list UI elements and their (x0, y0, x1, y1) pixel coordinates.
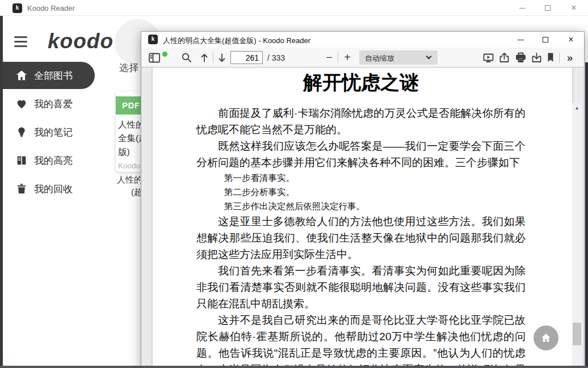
download-icon (531, 52, 542, 63)
sidebar-item-highlights[interactable]: 我的高亮 (0, 146, 114, 175)
minimize-button[interactable] (513, 0, 532, 16)
reader-maximize-button[interactable] (536, 32, 556, 48)
reader-window-title: 人性的弱点大全集(超值金版) - Koodo Reader (163, 36, 310, 46)
chapter-heading: 解开忧虑之谜 (196, 70, 526, 96)
select-mode-button[interactable]: 选择 (119, 61, 138, 74)
search-button[interactable] (179, 50, 194, 65)
trash-icon (15, 183, 28, 195)
lightbulb-icon (15, 126, 28, 138)
desktop-edge-right (585, 62, 588, 368)
minus-icon: − (326, 51, 333, 64)
reader-minimize-button[interactable] (511, 32, 531, 48)
search-icon (181, 52, 192, 63)
pdf-viewer-area: 解开忧虑之谜 前面提及了威利·卡瑞尔消除忧虑的万灵公式是否能解决你所有的忧虑呢不… (141, 67, 584, 368)
more-tools-button[interactable]: » (562, 50, 577, 65)
pdf-page: 解开忧虑之谜 前面提及了威利·卡瑞尔消除忧虑的万灵公式是否能解决你所有的忧虑呢不… (153, 67, 572, 368)
print-button[interactable] (513, 50, 528, 65)
pdf-step-line: 第三步作出决定然后依照决定行事。 (196, 199, 526, 213)
heart-icon (15, 98, 28, 110)
presentation-icon (483, 53, 494, 63)
page-number-input[interactable] (230, 51, 263, 64)
scrollbar-thumb[interactable] (573, 323, 581, 345)
koodo-logo: koodo (48, 29, 114, 53)
maximize-icon (545, 5, 551, 11)
presentation-mode-button[interactable] (481, 50, 495, 65)
status-green-dot (162, 52, 167, 57)
pdf-toolbar: / 333 − + 自动缩放 » (141, 48, 584, 67)
taskbar-edge (0, 366, 588, 368)
bookmark-button[interactable] (543, 50, 558, 65)
main-titlebar: k Koodo Reader × (0, 0, 588, 16)
print-icon (515, 52, 526, 63)
sidebar-item-notes[interactable]: 我的笔记 (0, 118, 114, 146)
home-icon (15, 69, 28, 82)
sidebar-item-label: 全部图书 (34, 69, 73, 82)
arrow-up-icon (199, 53, 209, 63)
back-to-home-button[interactable] (534, 325, 558, 350)
paragraph-group: 这是亚里士多德教给人们的方法他也使用过这些方法。我们如果想解决那些压迫我们、使我… (196, 213, 526, 368)
minimize-icon (518, 40, 524, 40)
double-chevron-right-icon: » (567, 52, 573, 64)
sidebar-item-all-books[interactable]: 全部图书 (0, 62, 95, 89)
reader-close-button[interactable]: × (561, 32, 581, 48)
open-file-icon (499, 52, 510, 63)
next-page-button[interactable] (215, 50, 229, 65)
zoom-in-button[interactable]: + (340, 50, 355, 65)
page-total-label: / 333 (267, 53, 285, 62)
scroll-up-arrow[interactable]: ▲ (572, 103, 582, 113)
zoom-mode-value: 自动缩放 (365, 53, 394, 64)
zoom-mode-select[interactable]: 自动缩放 (359, 50, 438, 65)
plus-icon: + (344, 51, 351, 64)
pdf-paragraph: 既然这样我们应该怎么办呢答案是——我们一定要学会下面三个分析问题的基本步骤并用它… (196, 138, 526, 171)
previous-page-button[interactable] (197, 50, 212, 65)
toolbar-separator (338, 52, 338, 63)
toolbar-separator (213, 52, 213, 63)
sidebar-item-label: 我的喜爱 (34, 98, 73, 111)
screen: k Koodo Reader × koodo 全部图书 我的喜爱 我的笔记 我的… (0, 0, 588, 368)
sidebar-nav: 全部图书 我的喜爱 我的笔记 我的高亮 我的回收 (0, 61, 114, 203)
koodo-app-icon: k (12, 3, 22, 13)
sidebar-item-label: 我的回收 (34, 183, 73, 196)
zoom-out-button[interactable]: − (322, 50, 337, 65)
vertical-scrollbar[interactable]: ▲ ▼ (572, 103, 582, 368)
close-icon: × (561, 32, 581, 48)
desktop-edge-left (0, 16, 3, 368)
pdf-paragraph: 前面提及了威利·卡瑞尔消除忧虑的万灵公式是否能解决你所有的忧虑呢不能它当然不是万… (196, 105, 526, 138)
koodo-app-icon: k (148, 35, 158, 44)
maximize-icon (543, 37, 548, 43)
save-button[interactable] (529, 50, 544, 65)
pdf-paragraph: 我们首先来看第一步看清事实。看清事实为何如此重要呢因为除非我们看清楚事实否则就不… (196, 263, 526, 312)
sidebar-toggle-icon (149, 53, 160, 63)
toolbar-separator (559, 52, 560, 63)
chevron-down-icon (426, 54, 432, 60)
sidebar-item-favorites[interactable]: 我的喜爱 (0, 90, 114, 118)
reader-titlebar: k 人性的弱点大全集(超值金版) - Koodo Reader × (141, 32, 584, 48)
pdf-paragraph: 这并不是我自己研究出来的而是哥伦比亚大学哥伦比亚学院已故院长赫伯特·霍基斯所说的… (196, 312, 526, 368)
close-icon: × (564, 0, 583, 16)
pdf-step-line: 第一步看清事实。 (196, 171, 526, 185)
pdf-paragraph: 这是亚里士多德教给人们的方法他也使用过这些方法。我们如果想解决那些压迫我们、使我… (196, 213, 526, 263)
close-button[interactable]: × (564, 0, 583, 16)
arrow-down-icon (217, 53, 227, 63)
home-icon (540, 332, 552, 344)
sidebar-item-trash[interactable]: 我的回收 (0, 175, 114, 203)
open-file-button[interactable] (497, 50, 511, 65)
highlight-book-icon (15, 154, 28, 167)
menu-icon[interactable] (14, 36, 27, 47)
maximize-button[interactable] (539, 0, 558, 16)
paragraph-group: 前面提及了威利·卡瑞尔消除忧虑的万灵公式是否能解决你所有的忧虑呢不能它当然不是万… (196, 105, 526, 171)
reader-window: k 人性的弱点大全集(超值金版) - Koodo Reader × / 333 (141, 31, 585, 368)
sidebar-toggle-button[interactable] (147, 50, 162, 65)
pdf-step-line: 第二步分析事实。 (196, 185, 526, 199)
sidebar-item-label: 我的高亮 (34, 154, 73, 167)
sidebar-item-label: 我的笔记 (34, 126, 73, 139)
minimize-icon (519, 8, 526, 9)
main-window-title: Koodo Reader (27, 4, 75, 12)
steps-group: 第一步看清事实。第二步分析事实。第三步作出决定然后依照决定行事。 (196, 171, 526, 213)
bookmark-icon (546, 52, 555, 63)
